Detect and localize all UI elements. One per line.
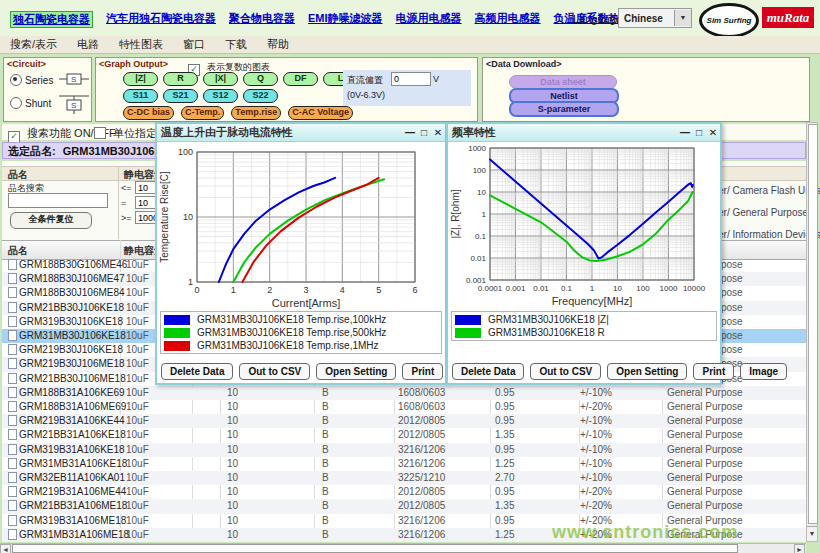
vertical-scrollbar[interactable]: ▼ <box>806 122 818 542</box>
table-row[interactable]: GRM31MB31A106KE1810uF10B3216/12061.25+/-… <box>2 457 806 471</box>
table-row[interactable]: GRM188B31A106KE6910uF10B1608/06030.95+/-… <box>2 386 806 400</box>
application-filter-option-3[interactable]: er/ Information Devices <box>718 229 820 240</box>
out-to-csv-button[interactable]: Out to CSV <box>530 363 601 380</box>
graph-btn-c-temp-[interactable]: C-Temp. <box>181 106 224 120</box>
graph-btn-s12[interactable]: S12 <box>203 89 238 103</box>
vertical-scrollbar-thumb[interactable] <box>808 124 818 524</box>
out-to-csv-button[interactable]: Out to CSV <box>239 363 310 380</box>
delete-data-button[interactable]: Delete Data <box>452 363 524 380</box>
shunt-radio[interactable]: Shunt <box>10 97 51 109</box>
app-cell: General Purpose <box>667 401 743 412</box>
graph-btn-c-dc-bias[interactable]: C-DC bias <box>123 106 174 120</box>
table-row[interactable]: GRM219B31A106KE4410uF10B2012/08050.95+/-… <box>2 414 806 428</box>
document-icon <box>8 515 17 526</box>
column-header-name[interactable]: 品名 <box>8 244 28 258</box>
part-number-cell: GRM219B31A106KE44 <box>19 415 125 426</box>
nav-link-2[interactable]: 汽车用独石陶瓷电容器 <box>106 11 216 28</box>
legend-entry: GRM31MB30J106KE18 R <box>452 326 716 339</box>
maximize-icon[interactable]: □ <box>692 127 706 138</box>
scroll-right-icon[interactable]: ► <box>794 544 805 553</box>
nav-link-4[interactable]: EMI静噪滤波器 <box>308 11 383 28</box>
svg-text:0.1: 0.1 <box>475 232 487 241</box>
document-icon <box>8 344 17 355</box>
dropdown-arrow-icon[interactable]: ▼ <box>674 10 691 26</box>
voltage-cell: 10 <box>227 472 238 483</box>
graph-output-title: <Graph Output> <box>99 59 168 69</box>
circuit-panel: <Circuit> Series Shunt S S <box>3 57 92 122</box>
table-row[interactable]: GRM319B31A106KE1810uF10B3216/12060.95+/-… <box>2 443 806 457</box>
graph-btn-q[interactable]: Q <box>243 72 278 86</box>
checkbox-unchecked-icon[interactable] <box>94 127 106 139</box>
horizontal-scrollbar-thumb[interactable] <box>12 544 738 553</box>
unit-specify-checkbox[interactable]: 单位指定 <box>94 126 157 141</box>
image-button[interactable]: Image <box>740 363 787 380</box>
close-icon[interactable]: ✕ <box>706 127 720 138</box>
horizontal-scrollbar[interactable]: ◄ ► <box>0 543 806 553</box>
print-button[interactable]: Print <box>693 363 734 380</box>
menu-item-4[interactable]: 窗口 <box>183 37 205 52</box>
tol-cell: +/-10% <box>580 458 612 469</box>
table-row[interactable]: GRM219B31A106ME4410uF10B2012/08050.95+/-… <box>2 485 806 499</box>
close-icon[interactable]: ✕ <box>431 127 445 138</box>
temp-rise-window-titlebar[interactable]: 温度上升由于脉动电流特性 — □ ✕ <box>157 124 445 142</box>
application-filter-option-1[interactable]: er/ Camera Flash Units <box>718 185 820 196</box>
app-cell: General Purpose <box>667 472 743 483</box>
voltage-cell: 10 <box>227 444 238 455</box>
table-row[interactable]: GRM21BB31A106ME1810uF10B2012/08051.35+/-… <box>2 499 806 513</box>
scroll-left-icon[interactable]: ◄ <box>0 544 11 553</box>
tol-cell: +/-10% <box>580 415 612 426</box>
graph-btn-temp-rise[interactable]: Temp.rise <box>231 106 281 120</box>
frequency-chart: 0.00010.0010.010.11101001000100000.0010.… <box>448 142 716 310</box>
thickness-cell: 0.95 <box>495 415 514 426</box>
dc-bias-range: (0V-6.3V) <box>347 90 385 100</box>
complex-graph-label: 表示复数的图表 <box>207 62 270 72</box>
graph-btn-r[interactable]: R <box>163 72 198 86</box>
part-number-cell: GRM319B31A106ME18 <box>19 515 126 526</box>
minimize-icon[interactable]: — <box>403 127 417 138</box>
language-select[interactable]: Chinese ▼ <box>618 8 692 28</box>
delete-data-button[interactable]: Delete Data <box>161 363 233 380</box>
document-icon <box>8 358 17 369</box>
open-setting-button[interactable]: Open Setting <box>316 363 396 380</box>
table-row[interactable]: GRM32EB11A106KA0110uF10B3225/12102.70+/-… <box>2 471 806 485</box>
open-setting-button[interactable]: Open Setting <box>607 363 687 380</box>
svg-text:2: 2 <box>267 285 272 295</box>
minimize-icon[interactable]: — <box>678 127 692 138</box>
menu-item-3[interactable]: 特性图表 <box>119 37 163 52</box>
radio-selected-icon[interactable] <box>10 74 22 86</box>
menu-item-6[interactable]: 帮助 <box>267 37 289 52</box>
reset-all-conditions-button[interactable]: 全条件复位 <box>10 212 92 229</box>
scroll-down-icon[interactable]: ▼ <box>807 526 817 541</box>
menu-item-1[interactable]: 搜索/表示 <box>10 37 57 52</box>
graph-btn-c-ac-voltage[interactable]: C-AC Voltage <box>288 106 353 120</box>
series-radio[interactable]: Series <box>10 74 53 86</box>
nav-link-1[interactable]: 独石陶瓷电容器 <box>10 11 93 28</box>
frequency-window-titlebar[interactable]: 频率特性 — □ ✕ <box>448 124 720 142</box>
s-parameter-button[interactable]: S-parameter <box>509 101 619 117</box>
table-row[interactable]: GRM188B31A106ME6910uF10B1608/06030.95+/-… <box>2 400 806 414</box>
graph-btn-s22[interactable]: S22 <box>243 89 278 103</box>
size-cell: 2012/0805 <box>398 415 445 426</box>
graph-btn-x[interactable]: |X| <box>203 72 238 86</box>
graph-btn-z[interactable]: |Z| <box>123 72 158 86</box>
print-button[interactable]: Print <box>402 363 443 380</box>
table-row[interactable]: GRM21BB31A106KE1810uF10B2012/08051.35+/-… <box>2 428 806 442</box>
menu-item-5[interactable]: 下载 <box>225 37 247 52</box>
part-number-cell: GRM32EB11A106KA01 <box>19 472 125 483</box>
voltage-cell: 10 <box>227 529 238 540</box>
size-cell: 3216/1206 <box>398 444 445 455</box>
graph-btn-s11[interactable]: S11 <box>123 89 158 103</box>
maximize-icon[interactable]: □ <box>417 127 431 138</box>
dc-bias-input[interactable] <box>391 72 431 86</box>
radio-unselected-icon[interactable] <box>10 97 22 109</box>
nav-link-3[interactable]: 聚合物电容器 <box>229 11 295 28</box>
graph-btn-df[interactable]: DF <box>283 72 318 86</box>
menu-item-2[interactable]: 电路 <box>77 37 99 52</box>
graph-btn-s21[interactable]: S21 <box>163 89 198 103</box>
nav-link-6[interactable]: 高频用电感器 <box>475 11 541 28</box>
name-search-input[interactable] <box>8 193 108 208</box>
nav-link-5[interactable]: 电源用电感器 <box>396 11 462 28</box>
application-filter-option-2[interactable]: er/ General Purpose <box>718 207 808 218</box>
shunt-circuit-icon: S <box>59 92 89 116</box>
filter-divider <box>118 166 119 239</box>
